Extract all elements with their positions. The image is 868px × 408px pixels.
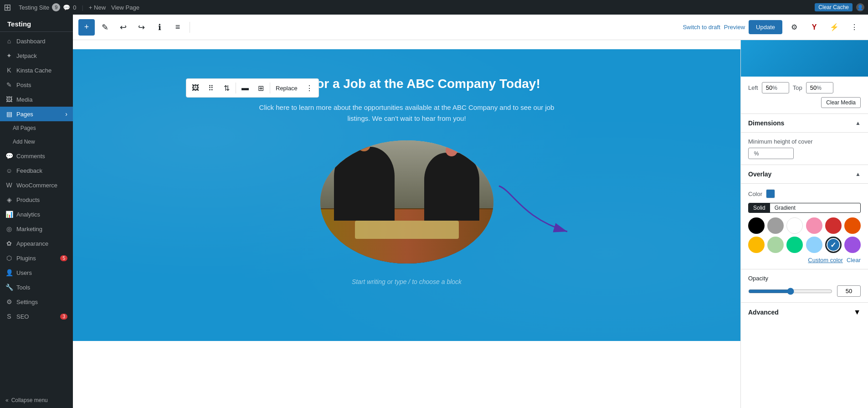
sidebar-item-marketing[interactable]: ◎ Marketing [0, 222, 73, 236]
color-swatch-light-green[interactable] [767, 237, 784, 253]
sidebar-item-dashboard[interactable]: ⌂ Dashboard [0, 34, 73, 48]
sidebar-item-analytics[interactable]: 📊 Analytics [0, 207, 73, 222]
redo-button[interactable]: ↪ [133, 19, 149, 36]
overlay-color-row: Color [748, 189, 861, 198]
site-name-text: Testing Site [19, 4, 49, 11]
dimensions-section: Minimum height of cover % [741, 133, 868, 165]
sidebar-item-add-new[interactable]: Add New [0, 135, 73, 149]
cover-placeholder[interactable]: Start writing or type / to choose a bloc… [352, 278, 462, 285]
chef-right-head [446, 145, 457, 156]
opacity-slider[interactable] [748, 288, 832, 295]
color-swatch-green[interactable] [786, 237, 803, 253]
topbar-right-area: Clear Cache 👤 [815, 3, 864, 11]
view-page-btn[interactable]: View Page [111, 4, 139, 11]
color-swatch-blue[interactable]: ✓ [825, 237, 842, 253]
clear-color-button[interactable]: Clear [847, 257, 861, 263]
sidebar-item-tools[interactable]: 🔧 Tools [0, 280, 73, 294]
toolbar-right: Switch to draft Preview Update ⚙ Y ⚡ ⋮ [683, 19, 863, 36]
bolt-button[interactable]: ⚡ [826, 19, 842, 36]
sidebar-label-analytics: Analytics [16, 211, 40, 218]
sidebar-label-plugins: Plugins [16, 255, 36, 262]
collapse-label: Collapse menu [11, 397, 48, 403]
preview-button[interactable]: Preview [724, 24, 745, 31]
clear-cache-button[interactable]: Clear Cache [815, 3, 853, 11]
yoast-button[interactable]: Y [806, 19, 822, 36]
site-name-link[interactable]: Testing Site 9 💬 0 [19, 3, 76, 11]
sidebar-item-seo[interactable]: S SEO 3 [0, 309, 73, 324]
block-fullwide-btn[interactable]: ⊞ [253, 81, 268, 95]
user-avatar: 👤 [856, 3, 864, 11]
color-swatch-light-blue[interactable] [806, 237, 822, 253]
seo-icon: S [5, 313, 13, 320]
block-image-icon-btn[interactable]: 🖼 [188, 81, 203, 95]
edit-mode-button[interactable]: ✎ [97, 19, 113, 36]
overlay-section: Color Solid Gradient [741, 184, 868, 269]
sidebar-item-settings[interactable]: ⚙ Settings [0, 294, 73, 309]
sidebar-label-settings: Settings [16, 299, 38, 305]
dimensions-section-header[interactable]: Dimensions ▲ [741, 114, 868, 133]
dimensions-collapse-icon: ▲ [855, 120, 861, 126]
editor-settings-button[interactable]: ⚙ [786, 19, 802, 36]
sidebar-item-jetpack[interactable]: ✦ Jetpack [0, 48, 73, 63]
sidebar-item-woocommerce[interactable]: W WooCommerce [0, 178, 73, 192]
overlay-section-header[interactable]: Overlay ▲ [741, 165, 868, 184]
cover-block[interactable]: Apply for a Job at the ABC Company Today… [73, 49, 740, 341]
color-swatch-black[interactable] [748, 217, 765, 234]
solid-button[interactable]: Solid [749, 203, 770, 212]
update-button[interactable]: Update [749, 20, 782, 34]
block-align-btn[interactable]: ▬ [238, 81, 252, 95]
sidebar-item-users[interactable]: 👤 Users [0, 265, 73, 280]
cover-subtitle: Click here to learn more about the oppor… [247, 102, 566, 124]
list-view-button[interactable]: ≡ [169, 19, 186, 36]
sidebar-item-appearance[interactable]: ✿ Appearance [0, 236, 73, 251]
sidebar-item-pages[interactable]: ▤ Pages › [0, 107, 73, 121]
color-swatch-purple[interactable] [844, 237, 861, 253]
chef-left-body [334, 147, 395, 221]
color-swatch-white[interactable] [786, 217, 803, 234]
dashboard-icon: ⌂ [5, 37, 13, 45]
new-content-btn[interactable]: + New [89, 4, 106, 11]
block-replace-button[interactable]: Replace [272, 83, 301, 93]
overlay-color-swatch[interactable] [766, 189, 775, 198]
color-swatch-orange[interactable] [844, 217, 861, 234]
color-swatch-red[interactable] [825, 217, 842, 234]
color-swatch-gray[interactable] [767, 217, 784, 234]
sidebar-item-media[interactable]: 🖼 Media [0, 92, 73, 107]
cover-preview-strip [741, 40, 868, 77]
marketing-icon: ◎ [5, 225, 13, 232]
block-toolbar-sep2 [270, 83, 270, 93]
sidebar-item-all-pages[interactable]: All Pages [0, 121, 73, 135]
undo-button[interactable]: ↩ [115, 19, 131, 36]
sidebar-item-products[interactable]: ◈ Products [0, 192, 73, 207]
sidebar-item-kinsta[interactable]: K Kinsta Cache [0, 63, 73, 77]
sidebar-label-appearance: Appearance [16, 240, 48, 247]
collapse-menu-btn[interactable]: « Collapse menu [0, 393, 73, 408]
sidebar-item-posts[interactable]: ✎ Posts [0, 77, 73, 92]
block-updown-btn[interactable]: ⇅ [219, 81, 234, 95]
color-swatch-yellow[interactable] [748, 237, 765, 253]
sidebar-label-media: Media [16, 96, 32, 103]
block-more-btn[interactable]: ⋮ [302, 81, 317, 95]
pages-arrow-icon: › [65, 110, 67, 118]
color-swatch-pink[interactable] [806, 217, 822, 234]
clear-media-button[interactable]: Clear Media [821, 97, 861, 108]
sidebar-item-feedback[interactable]: ☺ Feedback [0, 163, 73, 178]
custom-color-link[interactable]: Custom color [808, 257, 843, 263]
opacity-input[interactable]: 50 [837, 285, 861, 297]
left-value-input[interactable]: 50 % [762, 82, 789, 93]
cover-image-oval [320, 140, 493, 263]
block-toolbar-sep1 [236, 83, 236, 93]
min-height-input[interactable]: % [748, 148, 794, 159]
opacity-section: Opacity 50 [741, 269, 868, 303]
add-block-button[interactable]: + [78, 19, 95, 36]
more-options-button[interactable]: ⋮ [846, 19, 863, 36]
block-grid-btn[interactable]: ⠿ [204, 81, 218, 95]
advanced-section[interactable]: Advanced ▼ [741, 303, 868, 322]
pages-icon: ▤ [5, 110, 13, 118]
sidebar-item-comments[interactable]: 💬 Comments [0, 149, 73, 163]
switch-draft-button[interactable]: Switch to draft [683, 24, 720, 31]
gradient-button[interactable]: Gradient [770, 203, 800, 212]
block-info-button[interactable]: ℹ [151, 19, 168, 36]
sidebar-item-plugins[interactable]: ⬡ Plugins 5 [0, 251, 73, 265]
top-value-input[interactable]: 50 % [806, 82, 833, 93]
